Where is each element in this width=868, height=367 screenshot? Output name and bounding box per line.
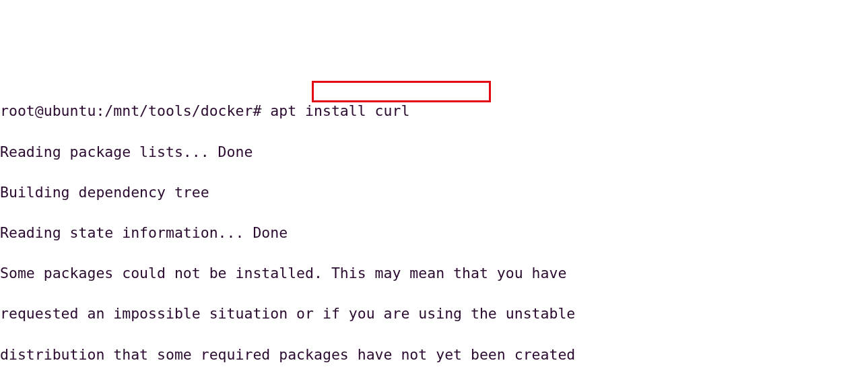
terminal-output: distribution that some required packages… xyxy=(0,345,868,365)
terminal-output: Reading state information... Done xyxy=(0,223,868,243)
highlight-annotation xyxy=(312,81,491,102)
terminal-command: apt install curl xyxy=(261,102,409,119)
terminal-output: Some packages could not be installed. Th… xyxy=(0,263,868,283)
terminal-window[interactable]: root@ubuntu:/mnt/tools/docker# apt insta… xyxy=(0,81,868,367)
terminal-output: Building dependency tree xyxy=(0,182,868,203)
terminal-prompt: root@ubuntu:/mnt/tools/docker# xyxy=(0,102,261,119)
terminal-output: requested an impossible situation or if … xyxy=(0,304,868,324)
terminal-output: Reading package lists... Done xyxy=(0,142,868,162)
